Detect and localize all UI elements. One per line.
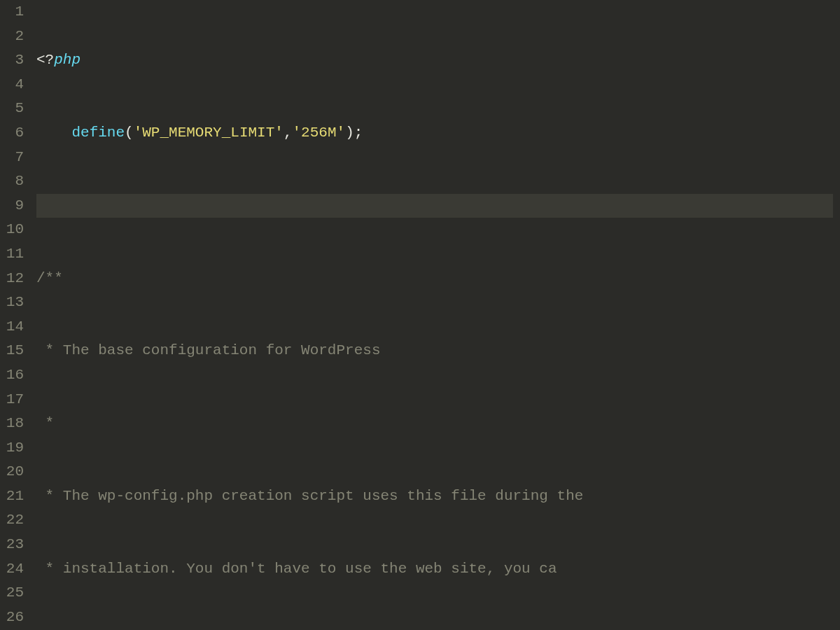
code-line: * (36, 412, 833, 436)
line-number: 16 (6, 363, 24, 388)
line-number: 2 (6, 24, 24, 49)
code-line: * The wp-config.php creation script uses… (36, 484, 833, 509)
code-line: /** (36, 267, 833, 291)
line-number: 3 (6, 48, 24, 73)
code-editor: 1234567891011121314151617181920212223242… (0, 0, 840, 630)
line-number: 25 (6, 581, 24, 606)
line-number: 21 (6, 484, 24, 509)
line-number: 1 (6, 0, 24, 24)
line-number: 17 (6, 388, 24, 412)
line-number: 26 (6, 606, 24, 630)
line-number: 4 (6, 73, 24, 97)
line-number: 12 (6, 267, 24, 291)
line-number: 19 (6, 436, 24, 461)
code-line: define('WP_MEMORY_LIMIT','256M'); (36, 121, 833, 146)
line-number: 6 (6, 121, 24, 146)
line-number: 5 (6, 97, 24, 121)
line-number: 15 (6, 339, 24, 363)
line-number: 8 (6, 169, 24, 194)
line-number: 9 (6, 194, 24, 218)
code-line: * installation. You don't have to use th… (36, 557, 833, 582)
line-number: 24 (6, 557, 24, 582)
line-number: 13 (6, 290, 24, 315)
code-line-current (36, 194, 833, 218)
line-number: 14 (6, 315, 24, 340)
line-number: 10 (6, 218, 24, 242)
line-number: 20 (6, 460, 24, 484)
code-content[interactable]: <?php define('WP_MEMORY_LIMIT','256M'); … (36, 0, 840, 630)
code-line: <?php (36, 48, 833, 73)
line-number: 11 (6, 242, 24, 267)
code-line: * The base configuration for WordPress (36, 339, 833, 363)
line-number: 22 (6, 508, 24, 533)
line-number: 23 (6, 533, 24, 557)
line-number: 18 (6, 412, 24, 436)
line-number-gutter: 1234567891011121314151617181920212223242… (0, 0, 36, 630)
line-number: 7 (6, 146, 24, 170)
